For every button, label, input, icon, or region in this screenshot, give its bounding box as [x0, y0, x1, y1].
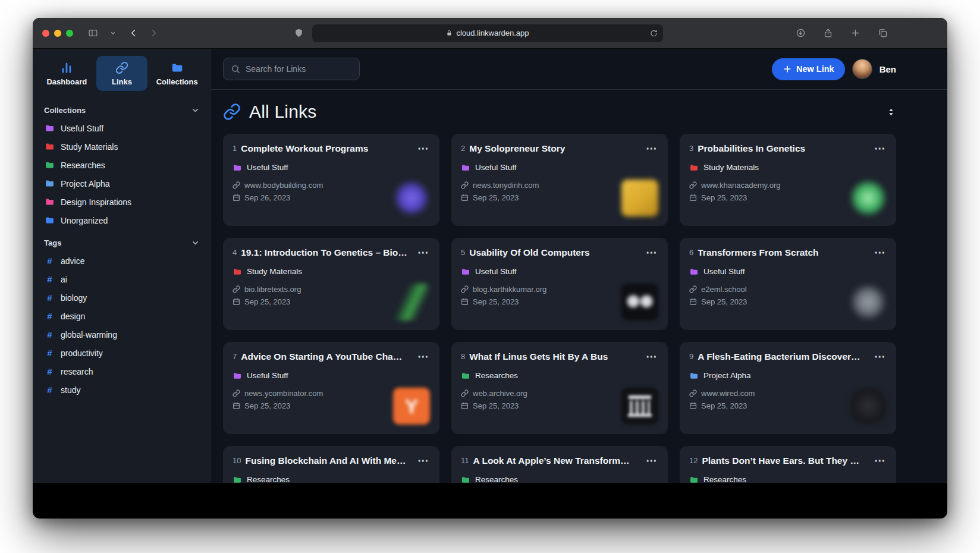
tags-section-header[interactable]: Tags — [41, 234, 203, 252]
link-card[interactable]: 3 Probabilities In Genetics Study Materi… — [680, 134, 896, 226]
collection-name: Useful Stuff — [475, 163, 517, 172]
tag-item[interactable]: biology — [41, 288, 203, 307]
bar-chart-icon — [60, 61, 73, 74]
collection-name: Researches — [475, 371, 518, 380]
new-link-button[interactable]: New Link — [772, 58, 845, 80]
sort-icon — [886, 107, 896, 117]
link-preview-image — [621, 284, 658, 321]
link-menu-button[interactable] — [416, 247, 430, 258]
collection-name: Researches — [475, 475, 518, 483]
chevron-down-icon[interactable] — [105, 26, 121, 41]
date-text: Sep 25, 2023 — [244, 401, 290, 410]
link-collection[interactable]: Project Alpha — [689, 371, 887, 381]
link-menu-button[interactable] — [873, 247, 887, 258]
address-bar[interactable]: cloud.linkwarden.app — [312, 24, 663, 42]
tag-item[interactable]: design — [41, 307, 203, 325]
link-menu-button[interactable] — [645, 247, 658, 258]
link-card[interactable]: 9 A Flesh-Eating Bacterium Discover… Pro… — [680, 342, 896, 434]
link-menu-button[interactable] — [416, 351, 430, 362]
minimize-button[interactable] — [54, 30, 61, 37]
link-card[interactable]: 8 What If Linus Gets Hit By A Bus Resear… — [451, 342, 668, 434]
shield-icon[interactable] — [291, 26, 306, 41]
date-text: Sep 25, 2023 — [473, 401, 519, 410]
link-url-row: www.bodybuilding.com — [233, 181, 379, 190]
sort-button[interactable] — [886, 107, 896, 117]
link-collection[interactable]: Researches — [461, 475, 658, 483]
new-tab-icon[interactable] — [847, 26, 863, 41]
link-collection[interactable]: Useful Stuff — [233, 371, 430, 381]
calendar-icon — [233, 298, 240, 306]
tag-item[interactable]: ai — [41, 270, 203, 288]
card-header: 2 My Solopreneur Story — [461, 143, 658, 155]
folder-icon — [689, 267, 699, 276]
link-menu-button[interactable] — [873, 143, 887, 154]
card-header: 10 Fusing Blockchain And AI With Me… — [233, 455, 430, 467]
link-collection[interactable]: Useful Stuff — [689, 267, 887, 276]
search-input[interactable] — [246, 64, 352, 74]
link-menu-button[interactable] — [416, 455, 430, 466]
link-collection[interactable]: Researches — [461, 371, 658, 381]
link-collection[interactable]: Researches — [233, 475, 430, 483]
downloads-icon[interactable] — [793, 26, 808, 41]
link-menu-button[interactable] — [873, 455, 887, 466]
link-collection[interactable]: Useful Stuff — [233, 163, 430, 172]
tag-item[interactable]: study — [41, 381, 203, 399]
folder-icon — [461, 371, 470, 381]
hash-icon — [45, 366, 55, 376]
folder-icon — [233, 475, 242, 483]
link-card[interactable]: 1 Complete Workout Programs Useful Stuff — [223, 134, 439, 226]
link-menu-button[interactable] — [645, 455, 658, 466]
link-card[interactable]: 12 Plants Don’t Have Ears. But They … Re… — [680, 446, 896, 483]
collection-item[interactable]: Design Inspirations — [41, 193, 203, 211]
link-number: 7 — [233, 351, 237, 361]
link-collection[interactable]: Useful Stuff — [461, 267, 658, 276]
link-menu-button[interactable] — [645, 351, 658, 362]
link-card[interactable]: 10 Fusing Blockchain And AI With Me… Res… — [223, 446, 439, 483]
link-card[interactable]: 4 19.1: Introduction To Genetics – Bio… … — [223, 238, 439, 330]
nav-dashboard[interactable]: Dashboard — [41, 56, 93, 91]
share-icon[interactable] — [820, 26, 835, 41]
collection-item[interactable]: Project Alpha — [41, 174, 203, 193]
tag-item[interactable]: advice — [41, 252, 203, 270]
tag-item[interactable]: global-warming — [41, 325, 203, 344]
card-header: 12 Plants Don’t Have Ears. But They … — [689, 455, 887, 467]
collections-section-header[interactable]: Collections — [41, 102, 203, 119]
link-collection[interactable]: Researches — [689, 475, 887, 483]
link-collection[interactable]: Study Materials — [233, 267, 430, 276]
link-card[interactable]: 6 Transformers From Scratch Useful Stuff — [680, 238, 896, 330]
link-preview-image — [850, 284, 887, 321]
link-collection[interactable]: Study Materials — [689, 163, 887, 172]
collection-item[interactable]: Useful Stuff — [41, 119, 203, 137]
forward-icon[interactable] — [146, 26, 161, 41]
ellipsis-icon — [646, 145, 657, 154]
tab-overview-icon[interactable] — [875, 26, 890, 41]
back-icon[interactable] — [125, 26, 141, 41]
link-menu-button[interactable] — [645, 143, 658, 154]
url-text: blog.karthikkumar.org — [473, 285, 546, 294]
new-link-label: New Link — [796, 64, 834, 74]
tag-item[interactable]: productivity — [41, 344, 203, 362]
user-avatar[interactable] — [852, 59, 872, 79]
collection-item[interactable]: Researches — [41, 156, 203, 174]
link-title: Probabilities In Genetics — [698, 143, 869, 155]
nav-label: Collections — [156, 77, 198, 86]
link-menu-button[interactable] — [873, 351, 887, 362]
tag-name: ai — [61, 275, 67, 284]
zoom-button[interactable] — [66, 30, 73, 37]
nav-collections[interactable]: Collections — [151, 56, 203, 91]
tag-item[interactable]: research — [41, 362, 203, 381]
nav-links[interactable]: Links — [96, 56, 148, 91]
link-card[interactable]: 11 A Look At Apple’s New Transform… Rese… — [451, 446, 668, 483]
link-card[interactable]: 5 Usability Of Old Computers Useful Stuf… — [451, 238, 668, 330]
close-button[interactable] — [42, 30, 49, 37]
link-card[interactable]: 2 My Solopreneur Story Useful Stuff — [451, 134, 668, 226]
collection-item[interactable]: Unorganized — [41, 211, 203, 230]
link-card[interactable]: 7 Advice On Starting A YouTube Cha… Usef… — [223, 342, 439, 434]
link-collection[interactable]: Useful Stuff — [461, 163, 658, 172]
search-box[interactable] — [223, 58, 360, 80]
link-preview-image — [393, 180, 430, 216]
reload-icon[interactable] — [650, 29, 658, 37]
collection-item[interactable]: Study Materials — [41, 137, 203, 156]
link-menu-button[interactable] — [416, 143, 430, 154]
sidebar-toggle-icon[interactable] — [85, 26, 100, 41]
